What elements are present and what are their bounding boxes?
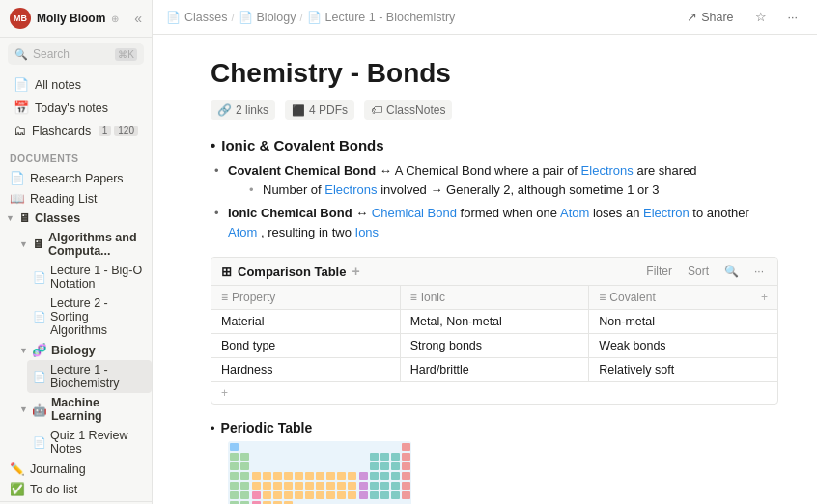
- svg-rect-31: [402, 472, 410, 480]
- sidebar-nav: 📄 All notes 📅 Today's notes 🗂 Flashcards…: [0, 70, 152, 145]
- ml-children: 📄 Quiz 1 Review Notes: [27, 426, 152, 459]
- breadcrumb-lecture[interactable]: Lecture 1 - Biochemistry: [325, 11, 456, 24]
- col-property-icon: ≡: [221, 291, 228, 304]
- search-box[interactable]: 🔍 Search ⌘K: [8, 43, 144, 65]
- svg-rect-64: [391, 491, 400, 499]
- table-header: ⊞ Comparison Table + Filter Sort 🔍 ···: [211, 258, 777, 286]
- electrons-sub-text1: Number of: [263, 182, 324, 197]
- breadcrumb-lec-icon: 📄: [307, 11, 322, 24]
- tree-classes: ▼ 🖥 Classes ▼ 🖥 Algorithms and Computa..…: [0, 209, 152, 459]
- cell-material-cov: Non-metal: [589, 310, 777, 333]
- sidebar-item-quiz1[interactable]: 📄 Quiz 1 Review Notes: [27, 426, 152, 459]
- svg-rect-38: [295, 482, 303, 490]
- table-row-hardness: Hardness Hard/brittle Relatively soft: [211, 358, 777, 382]
- meta-links[interactable]: 🔗 2 links: [211, 100, 275, 120]
- share-label: Share: [701, 11, 733, 24]
- sort-button[interactable]: Sort: [684, 263, 713, 280]
- sidebar-item-todo[interactable]: ✅ To do list: [0, 479, 152, 499]
- all-notes-label: All notes: [35, 78, 81, 92]
- filter-button[interactable]: Filter: [642, 263, 676, 280]
- sidebar-item-all-notes[interactable]: 📄 All notes: [4, 73, 148, 96]
- share-button[interactable]: ↗ Share: [681, 8, 739, 26]
- lecture2-icon: 📄: [33, 311, 46, 323]
- meta-pdfs[interactable]: ⬛ 4 PDFs: [285, 100, 354, 120]
- sidebar-item-flashcards[interactable]: 🗂 Flashcards 1 120: [4, 120, 148, 142]
- svg-rect-51: [252, 491, 261, 499]
- cell-bond-cov: Weak bonds: [589, 334, 777, 357]
- user-info: MB Molly Bloom ⊕: [10, 8, 119, 29]
- search-table-button[interactable]: 🔍: [720, 263, 743, 280]
- tree-biology-parent[interactable]: ▼ 🧬 Biology: [14, 340, 152, 360]
- tree-classes-parent[interactable]: ▼ 🖥 Classes: [0, 209, 152, 228]
- sidebar: MB Molly Bloom ⊕ « 🔍 Search ⌘K 📄 All not…: [0, 0, 153, 504]
- algorithms-chevron: ▼: [19, 239, 28, 249]
- tree-algorithms-parent[interactable]: ▼ 🖥 Algorithms and Computa...: [14, 228, 152, 261]
- biology-children: 📄 Lecture 1 - Biochemistry: [27, 360, 152, 393]
- biology-label: Biology: [51, 344, 96, 357]
- table-col-headers: ≡ Property ≡ Ionic ≡ Covalent +: [211, 286, 777, 310]
- more-table-button[interactable]: ···: [750, 263, 768, 280]
- sidebar-item-lecture2-sorting[interactable]: 📄 Lecture 2 - Sorting Algorithms: [27, 294, 152, 340]
- flashcard-badges: 1 120: [99, 126, 138, 136]
- meta-classnotes[interactable]: 🏷 ClassNotes: [364, 100, 452, 120]
- electron-link[interactable]: Electron: [643, 206, 690, 220]
- electrons-sub-link[interactable]: Electrons: [324, 182, 377, 197]
- breadcrumb-biology[interactable]: Biology: [257, 11, 296, 24]
- page-content: Chemistry - Bonds 🔗 2 links ⬛ 4 PDFs 🏷 C…: [153, 35, 817, 504]
- col-ionic: ≡ Ionic: [401, 286, 590, 309]
- breadcrumb-classes[interactable]: Classes: [184, 11, 227, 24]
- table-add-row[interactable]: +: [211, 382, 777, 404]
- svg-rect-65: [402, 491, 410, 499]
- search-placeholder: Search: [33, 47, 110, 61]
- svg-rect-56: [305, 491, 314, 499]
- table-add-icon[interactable]: +: [352, 264, 359, 279]
- svg-rect-24: [326, 472, 335, 480]
- svg-rect-10: [240, 462, 249, 470]
- sidebar-item-lecture1-biochem[interactable]: 📄 Lecture 1 - Biochemistry: [27, 360, 152, 393]
- sidebar-item-journaling[interactable]: ✏️ Journaling: [0, 459, 152, 479]
- svg-rect-54: [284, 491, 293, 499]
- svg-rect-35: [263, 482, 271, 490]
- ions-link[interactable]: Ions: [355, 225, 380, 239]
- lecture1-biochem-label: Lecture 1 - Biochemistry: [50, 363, 146, 390]
- table-grid-icon: ⊞: [221, 265, 232, 279]
- ionic-text4: to another: [692, 206, 749, 220]
- tree-ml-parent[interactable]: ▼ 🤖 Machine Learning: [14, 393, 152, 426]
- svg-rect-1: [230, 443, 239, 451]
- classes-children: ▼ 🖥 Algorithms and Computa... 📄 Lecture …: [14, 228, 152, 459]
- atom-link2[interactable]: Atom: [228, 225, 257, 239]
- ionic-text1: ↔: [355, 206, 372, 220]
- ionic-covalent-label: Ionic & Covalent Bonds: [221, 137, 383, 154]
- sidebar-docs: 📄 Research Papers 📖 Reading List ▼ 🖥 Cla…: [0, 166, 152, 501]
- sidebar-item-today[interactable]: 📅 Today's notes: [4, 97, 148, 119]
- documents-section-label: DOCUMENTS: [0, 145, 152, 166]
- sidebar-search[interactable]: 🔍 Search ⌘K: [0, 38, 152, 70]
- atom-link1[interactable]: Atom: [560, 206, 589, 220]
- svg-rect-40: [316, 482, 324, 490]
- cell-hardness-prop: Hardness: [211, 358, 401, 381]
- chemical-bond-link[interactable]: Chemical Bond: [372, 206, 457, 220]
- svg-rect-13: [391, 462, 400, 470]
- ionic-covalent-section: • Ionic & Covalent Bonds Covalent Chemic…: [211, 137, 778, 241]
- tree-algorithms: ▼ 🖥 Algorithms and Computa... 📄 Lecture …: [14, 228, 152, 340]
- svg-rect-49: [230, 491, 239, 499]
- sidebar-item-lecture1-bigo[interactable]: 📄 Lecture 1 - Big-O Notation: [27, 261, 152, 294]
- col-add[interactable]: +: [761, 291, 768, 304]
- svg-rect-52: [263, 491, 271, 499]
- table-section: ⊞ Comparison Table + Filter Sort 🔍 ··· ≡: [211, 257, 778, 405]
- sidebar-item-reading[interactable]: 📖 Reading List: [0, 188, 152, 209]
- sidebar-collapse-button[interactable]: «: [134, 11, 142, 26]
- svg-rect-27: [359, 472, 368, 480]
- svg-rect-39: [305, 482, 314, 490]
- svg-rect-20: [284, 472, 293, 480]
- svg-rect-25: [337, 472, 346, 480]
- bullet-ionic: Ionic Chemical Bond ↔ Chemical Bond form…: [228, 204, 778, 241]
- star-button[interactable]: ☆: [749, 8, 773, 26]
- electrons-link[interactable]: Electrons: [581, 163, 634, 178]
- more-button[interactable]: ···: [782, 9, 803, 26]
- table-header-right: Filter Sort 🔍 ···: [642, 263, 768, 280]
- meta-row: 🔗 2 links ⬛ 4 PDFs 🏷 ClassNotes: [211, 100, 778, 120]
- today-label: Today's notes: [35, 101, 108, 115]
- lecture1-bigo-label: Lecture 1 - Big-O Notation: [50, 264, 146, 291]
- sidebar-item-research[interactable]: 📄 Research Papers: [0, 168, 152, 188]
